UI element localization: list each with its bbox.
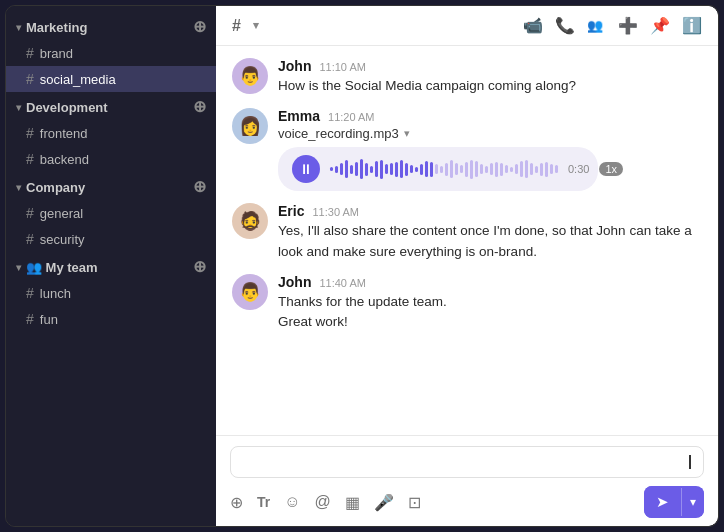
message-input-box[interactable] xyxy=(230,446,704,478)
message-content-msg3: Eric11:30 AMYes, I'll also share the con… xyxy=(278,203,702,262)
channel-hash-icon: # xyxy=(232,17,241,35)
chat-header: # ▾ 📹 📞 👥 ➕ 📌 ℹ️ xyxy=(216,6,718,46)
message-author-msg4: John xyxy=(278,274,311,290)
hash-fun-icon: # xyxy=(26,311,34,327)
send-dropdown-button[interactable]: ▾ xyxy=(682,488,704,516)
message-msg4: 👨John11:40 AMThanks for the update team.… xyxy=(232,274,702,333)
waveform-bar xyxy=(520,161,523,177)
sidebar-item-label-security: security xyxy=(40,232,85,247)
waveform-bar xyxy=(460,165,463,173)
play-button-msg2[interactable]: ⏸ xyxy=(292,155,320,183)
sidebar-group-label-company: Company xyxy=(26,180,85,195)
hash-lunch-icon: # xyxy=(26,285,34,301)
send-button[interactable]: ➤ xyxy=(644,486,681,518)
sidebar-item-label-fun: fun xyxy=(40,312,58,327)
chevron-marketing-icon: ▾ xyxy=(16,22,21,33)
waveform-bar xyxy=(555,165,558,173)
waveform-bar xyxy=(345,160,348,178)
sidebar-group-company: ▾Company⊕#general#security xyxy=(6,174,216,252)
mention-icon[interactable]: @ xyxy=(315,493,331,511)
waveform-bar xyxy=(410,165,413,173)
add-channel-marketing-button[interactable]: ⊕ xyxy=(193,19,206,35)
waveform-bar xyxy=(530,163,533,175)
sidebar-item-label-social_media: social_media xyxy=(40,72,116,87)
hash-backend-icon: # xyxy=(26,151,34,167)
waveform-bar xyxy=(375,161,378,177)
waveform-bar xyxy=(405,163,408,176)
sidebar-group-header-company[interactable]: ▾Company⊕ xyxy=(6,174,216,200)
sidebar-item-frontend[interactable]: #frontend xyxy=(6,120,216,146)
mic-icon[interactable]: 🎤 xyxy=(374,493,394,512)
waveform-bar xyxy=(435,164,438,174)
video-icon[interactable]: 📹 xyxy=(523,16,543,35)
waveform-bar xyxy=(500,163,503,176)
channel-title-area[interactable]: # ▾ xyxy=(232,17,259,35)
message-time-msg1: 11:10 AM xyxy=(319,61,365,73)
sidebar-group-header-development[interactable]: ▾Development⊕ xyxy=(6,94,216,120)
plus-toolbar-icon[interactable]: ⊕ xyxy=(230,493,243,512)
messages-area: 👨John11:10 AMHow is the Social Media cam… xyxy=(216,46,718,435)
waveform-bar xyxy=(480,164,483,174)
waveform-bar xyxy=(430,162,433,177)
phone-icon[interactable]: 📞 xyxy=(555,16,575,35)
text-format-icon[interactable]: Tr xyxy=(257,494,270,510)
voice-player-msg2: ⏸0:301x xyxy=(278,147,598,191)
sidebar-item-label-lunch: lunch xyxy=(40,286,71,301)
pin-icon[interactable]: 📌 xyxy=(650,16,670,35)
hash-social_media-icon: # xyxy=(26,71,34,87)
sidebar-item-security[interactable]: #security xyxy=(6,226,216,252)
waveform-bar xyxy=(495,162,498,177)
sidebar-item-lunch[interactable]: #lunch xyxy=(6,280,216,306)
expand-icon[interactable]: ⊡ xyxy=(408,493,421,512)
add-channel-company-button[interactable]: ⊕ xyxy=(193,179,206,195)
message-header-msg4: John11:40 AM xyxy=(278,274,702,290)
message-text-msg1: How is the Social Media campaign coming … xyxy=(278,76,702,96)
waveform-bar xyxy=(355,162,358,176)
message-author-msg2: Emma xyxy=(278,108,320,124)
message-time-msg3: 11:30 AM xyxy=(312,206,358,218)
channel-dropdown-icon[interactable]: ▾ xyxy=(253,19,259,32)
app-container: ▾Marketing⊕#brand#social_media▾Developme… xyxy=(5,5,719,527)
info-icon[interactable]: ℹ️ xyxy=(682,16,702,35)
waveform-bar xyxy=(350,165,353,174)
waveform-bar xyxy=(505,165,508,173)
sidebar-group-header-marketing[interactable]: ▾Marketing⊕ xyxy=(6,14,216,40)
avatar-msg3: 🧔 xyxy=(232,203,268,239)
message-toolbar: ⊕ Tr ☺ @ ▦ 🎤 ⊡ ➤ ▾ xyxy=(230,486,704,518)
media-icon[interactable]: ▦ xyxy=(345,493,360,512)
sidebar-item-social_media[interactable]: #social_media xyxy=(6,66,216,92)
hash-frontend-icon: # xyxy=(26,125,34,141)
sidebar-group-marketing: ▾Marketing⊕#brand#social_media xyxy=(6,14,216,92)
waveform-bar xyxy=(475,161,478,177)
voice-file-dropdown-icon[interactable]: ▾ xyxy=(404,127,410,140)
sidebar-item-fun[interactable]: #fun xyxy=(6,306,216,332)
sidebar-item-label-frontend: frontend xyxy=(40,126,88,141)
message-text-msg4: Thanks for the update team. Great work! xyxy=(278,292,702,333)
message-msg3: 🧔Eric11:30 AMYes, I'll also share the co… xyxy=(232,203,702,262)
send-button-group: ➤ ▾ xyxy=(644,486,704,518)
voice-speed-badge-msg2[interactable]: 1x xyxy=(599,162,623,176)
sidebar-item-brand[interactable]: #brand xyxy=(6,40,216,66)
hash-general-icon: # xyxy=(26,205,34,221)
add-channel-development-button[interactable]: ⊕ xyxy=(193,99,206,115)
sidebar: ▾Marketing⊕#brand#social_media▾Developme… xyxy=(6,6,216,526)
emoji-icon[interactable]: ☺ xyxy=(284,493,300,511)
add-channel-myteam-button[interactable]: ⊕ xyxy=(193,259,206,275)
voice-file-msg2[interactable]: voice_recording.mp3 ▾ xyxy=(278,126,702,141)
add-member-icon[interactable]: ➕ xyxy=(618,16,638,35)
message-msg1: 👨John11:10 AMHow is the Social Media cam… xyxy=(232,58,702,96)
hash-security-icon: # xyxy=(26,231,34,247)
waveform-bar xyxy=(420,164,423,175)
sidebar-item-general[interactable]: #general xyxy=(6,200,216,226)
voice-duration-msg2: 0:30 xyxy=(568,163,589,175)
text-cursor xyxy=(689,455,691,469)
sidebar-item-backend[interactable]: #backend xyxy=(6,146,216,172)
waveform-bar xyxy=(415,167,418,172)
sidebar-item-label-backend: backend xyxy=(40,152,89,167)
chat-main: # ▾ 📹 📞 👥 ➕ 📌 ℹ️ 👨John11:10 AMHow is the… xyxy=(216,6,718,526)
waveform-bar xyxy=(455,163,458,175)
avatar-msg2: 👩 xyxy=(232,108,268,144)
waveform-bar xyxy=(365,163,368,176)
sidebar-group-header-myteam[interactable]: ▾👥 My team⊕ xyxy=(6,254,216,280)
waveform-bar xyxy=(445,163,448,176)
